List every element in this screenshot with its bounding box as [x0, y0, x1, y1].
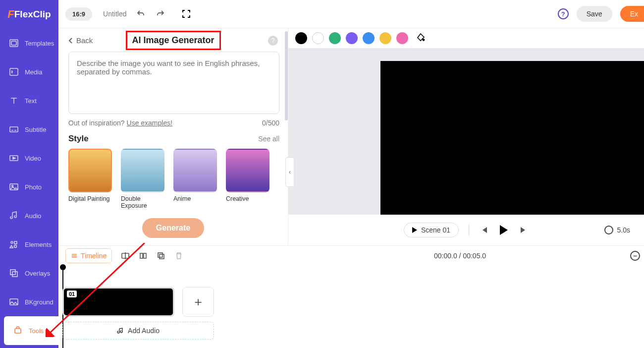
- add-clip-button[interactable]: +: [182, 287, 214, 317]
- color-swatch-purple[interactable]: [346, 32, 358, 44]
- scene-label: Scene 01: [421, 226, 450, 234]
- background-icon: [9, 297, 19, 307]
- use-examples-link[interactable]: Use examples!: [127, 119, 173, 127]
- style-thumb: [68, 149, 112, 192]
- sidebar-item-background[interactable]: BKground: [0, 288, 58, 316]
- style-thumb: [226, 149, 269, 192]
- sidebar-item-label: Overlays: [25, 270, 50, 277]
- svg-rect-18: [160, 254, 164, 259]
- zoom-out-button[interactable]: −: [630, 251, 640, 261]
- svg-rect-15: [140, 253, 143, 258]
- color-swatch-pink[interactable]: [396, 32, 408, 44]
- color-swatch-black[interactable]: [295, 32, 307, 44]
- play-icon: [412, 227, 417, 233]
- clip-number: 01: [67, 290, 77, 297]
- generate-button[interactable]: Generate: [142, 218, 204, 238]
- subtitle-icon: [9, 124, 19, 134]
- sidebar-item-overlays[interactable]: Overlays: [0, 259, 58, 288]
- next-button[interactable]: [519, 225, 529, 235]
- ai-image-panel: Back AI Image Generator ? Out of inspira…: [58, 28, 288, 245]
- redo-button[interactable]: [155, 8, 166, 20]
- svg-rect-11: [12, 272, 17, 277]
- aspect-ratio-button[interactable]: 16:9: [65, 7, 92, 21]
- color-swatch-blue[interactable]: [363, 32, 375, 44]
- play-button[interactable]: [499, 225, 509, 235]
- topbar: 16:9 Untitled ? Save Ex: [58, 0, 644, 28]
- video-canvas[interactable]: [380, 61, 644, 215]
- sidebar-item-audio[interactable]: Audio: [0, 201, 58, 230]
- photo-icon: [9, 182, 19, 192]
- canvas-area: ‹ Scene 01 5.0s: [288, 28, 644, 245]
- music-note-icon: [117, 327, 124, 334]
- add-audio-button[interactable]: Add Audio: [62, 322, 214, 340]
- see-all-link[interactable]: See all: [258, 135, 279, 143]
- timeline-label: Timeline: [81, 252, 107, 260]
- video-icon: [9, 153, 19, 163]
- sidebar-item-elements[interactable]: Elements: [0, 230, 58, 259]
- color-swatch-green[interactable]: [329, 32, 341, 44]
- audio-icon: [9, 211, 19, 221]
- style-creative[interactable]: Creative: [226, 149, 269, 209]
- svg-rect-1: [11, 41, 16, 45]
- color-swatch-yellow[interactable]: [379, 32, 391, 44]
- scene-selector[interactable]: Scene 01: [404, 223, 459, 237]
- overlays-icon: [9, 268, 19, 278]
- style-label: Style: [68, 134, 89, 144]
- panel-help-icon[interactable]: ?: [268, 36, 278, 46]
- sidebar-item-label: Elements: [25, 241, 52, 248]
- prompt-input[interactable]: [68, 52, 279, 114]
- back-label: Back: [76, 36, 93, 45]
- sidebar-item-subtitle[interactable]: Subtitle: [0, 115, 58, 144]
- sidebar-item-label: Templates: [25, 40, 54, 47]
- chevron-left-icon: [68, 37, 73, 44]
- svg-point-9: [14, 245, 17, 248]
- project-title[interactable]: Untitled: [103, 10, 126, 18]
- logo-icon: F: [7, 8, 14, 21]
- panel-scrollbar[interactable]: [285, 31, 288, 120]
- sidebar-item-label: Text: [25, 97, 37, 105]
- delete-button[interactable]: [174, 251, 183, 260]
- fullscreen-button[interactable]: [180, 8, 192, 20]
- inspiration-text: Out of inspiration? Use examples!: [68, 119, 172, 127]
- save-button[interactable]: Save: [577, 6, 612, 22]
- style-double-exposure[interactable]: Double Exposure: [121, 149, 164, 209]
- sidebar-item-tools[interactable]: Tools: [4, 316, 58, 345]
- duplicate-button[interactable]: [157, 251, 165, 260]
- sidebar-item-label: Audio: [25, 212, 41, 220]
- style-digital-painting[interactable]: Digital Painting: [68, 149, 112, 209]
- style-anime[interactable]: Anime: [173, 149, 217, 209]
- sidebar-item-photo[interactable]: Photo: [0, 173, 58, 201]
- svg-rect-17: [158, 253, 162, 257]
- clip-01[interactable]: 01: [62, 287, 174, 317]
- sidebar-item-video[interactable]: Video: [0, 144, 58, 173]
- color-swatch-white[interactable]: [312, 32, 324, 44]
- add-audio-label: Add Audio: [128, 327, 160, 335]
- text-icon: [9, 96, 19, 106]
- timeline-mode-button[interactable]: Timeline: [65, 248, 112, 263]
- logo-text: FlexClip: [14, 9, 51, 20]
- svg-rect-2: [10, 68, 18, 75]
- play-icon: [500, 225, 508, 235]
- panel-title: AI Image Generator: [125, 31, 220, 50]
- svg-rect-13: [15, 329, 21, 333]
- export-button[interactable]: Ex: [620, 6, 644, 22]
- sidebar-item-label: Video: [25, 155, 41, 162]
- sidebar-item-label: Tools: [29, 327, 44, 335]
- back-button[interactable]: Back: [68, 36, 93, 45]
- sidebar-item-media[interactable]: Media: [0, 58, 58, 86]
- sidebar-item-text[interactable]: Text: [0, 86, 58, 115]
- fill-tool-icon[interactable]: [416, 32, 426, 44]
- templates-icon: [9, 38, 19, 48]
- prev-button[interactable]: [479, 225, 489, 235]
- divider: [469, 225, 469, 235]
- svg-rect-16: [144, 253, 146, 258]
- svg-rect-10: [10, 270, 15, 275]
- undo-button[interactable]: [135, 8, 147, 20]
- style-thumb: [121, 149, 164, 192]
- collapse-panel-button[interactable]: ‹: [285, 157, 294, 187]
- crop-button[interactable]: [139, 251, 148, 260]
- split-button[interactable]: [121, 251, 130, 260]
- char-counter: 0/500: [262, 119, 279, 127]
- help-button[interactable]: ?: [558, 8, 569, 19]
- sidebar-item-templates[interactable]: Templates: [0, 29, 58, 58]
